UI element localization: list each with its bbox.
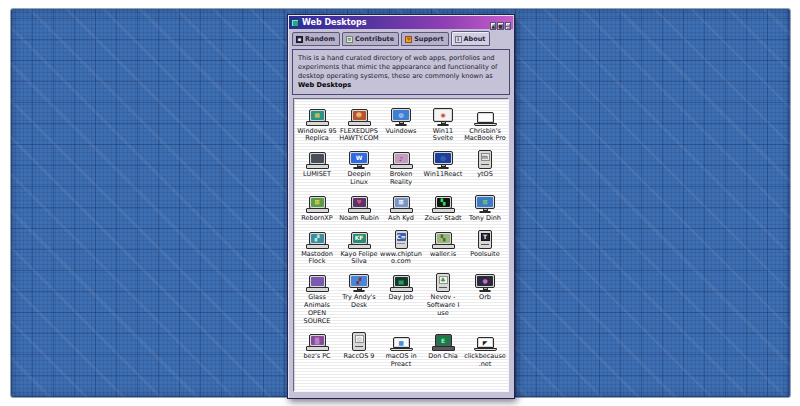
desktop-entry-label: FLEXEDUPS HAWTY.COM (338, 128, 380, 144)
window-titlebar[interactable]: Web Desktops ▲■↵ (289, 16, 513, 29)
computer-icon: ■ (390, 330, 413, 351)
desktop-entry-poolsuite[interactable]: TPoolsuite (464, 228, 506, 267)
computer-icon: m (478, 148, 492, 169)
desktop-entry-label: Don Chia (428, 353, 458, 361)
desktop-entry-clickbecause-net[interactable]: ◤clickbecause.net (464, 330, 506, 369)
desktop-entry-label: Chrisbin's MacBook Pro (464, 128, 506, 144)
desktop-entry-win11react[interactable]: ◎Win11React (422, 148, 464, 187)
desktop-entry-label: LUMISET (303, 171, 331, 179)
tab-label: About (464, 35, 486, 43)
desktop-entry-orb[interactable]: ●Orb (464, 271, 506, 325)
desktop-entry-label: Windows 95 Replica (296, 128, 338, 144)
tab-random[interactable]: ▪Random (292, 32, 340, 46)
dice-icon: ▪ (296, 36, 303, 43)
desktop-entry-label: clickbecause.net (464, 353, 506, 369)
computer-icon: T (478, 228, 492, 249)
desktop-entry-kayo-felipe-silva[interactable]: KFKayo Felipe Silva (338, 228, 380, 267)
tab-label: Random (305, 35, 335, 43)
desktop-entry-chrisbin-s-macbook-pro[interactable]: Chrisbin's MacBook Pro (464, 105, 506, 144)
desktop-entry-label: Zeus' Stadt (424, 215, 461, 223)
window-title: Web Desktops (302, 19, 486, 27)
desktop-entry-label: Win11React (424, 171, 463, 179)
desktop-entry-label: waller.is (430, 251, 456, 259)
computer-icon: E (432, 330, 455, 351)
computer-icon: ◎ (433, 148, 453, 169)
computer-icon: KF (348, 228, 371, 249)
desktop-entry-label: Kayo Felipe Silva (338, 251, 380, 267)
tab-contribute[interactable]: ≡Contribute (342, 32, 399, 46)
desktop-entry-label: www.chiptuno.com (380, 251, 422, 267)
computer-icon: ⊞ (306, 192, 329, 213)
directory-description: This is a hand curated directory of web … (292, 49, 510, 95)
desktop-entry-vuindows[interactable]: ◍Vuindows (380, 105, 422, 144)
desktop-entry-zeus-stadt[interactable]: ▚Zeus' Stadt (422, 192, 464, 223)
heart-icon: ♥ (405, 36, 412, 43)
computer-icon: ▚ (432, 228, 455, 249)
desktop-entry-label: Deepin Linux (338, 171, 380, 187)
description-text: This is a hand curated directory of web … (298, 54, 497, 80)
description-bold-text: Web Desktops (298, 81, 351, 89)
desktop-entry-label: Broken Reality (380, 171, 422, 187)
computer-icon: ▤ (390, 271, 413, 292)
desktop-entry-www-chiptuno-com[interactable]: C=www.chiptuno.com (380, 228, 422, 267)
web-desktops-icon-grid: ▦Windows 95 Replica☻FLEXEDUPS HAWTY.COM◍… (293, 98, 509, 392)
desktop-entry-windows-95-replica[interactable]: ▦Windows 95 Replica (296, 105, 338, 144)
computer-icon (474, 105, 497, 126)
computer-icon: ▞ (349, 271, 369, 292)
desktop-entry-ash-kyd[interactable]: ⊞Ash Kyd (380, 192, 422, 223)
tab-support[interactable]: ♥Support (401, 32, 448, 46)
desktop-entry-flexedups-hawty-com[interactable]: ☻FLEXEDUPS HAWTY.COM (338, 105, 380, 144)
computer-icon: ⊞ (390, 192, 413, 213)
desktop-entry-don-chia[interactable]: EDon Chia (422, 330, 464, 369)
tab-about[interactable]: iAbout (451, 31, 491, 46)
desktop-entry-label: Win11 Svelte (422, 128, 464, 144)
web-desktops-window: Web Desktops ▲■↵ ▪Random≡Contribute♥Supp… (287, 14, 515, 399)
desktop-entry-label: Tony Dinh (469, 215, 501, 223)
desktop-entry-day-job[interactable]: ▤Day Job (380, 271, 422, 325)
desktop-entry-glass-animals-open-source[interactable]: Glass Animals OPEN SOURCE (296, 271, 338, 325)
computer-icon: ◉ (433, 105, 453, 126)
desktop-entry-deepin-linux[interactable]: WDeepin Linux (338, 148, 380, 187)
desktop-entry-waller-is[interactable]: ▚waller.is (422, 228, 464, 267)
computer-icon: ◎ (352, 330, 366, 351)
desktop-entry-label: ytOS (477, 171, 493, 179)
desktop-entry-label: Try Andy's Desk (338, 294, 380, 310)
computer-icon: ▒ (306, 330, 329, 351)
computer-icon: ◤ (474, 330, 497, 351)
desktop-entry-label: Vuindows (386, 128, 417, 136)
desktop-entry-ytos[interactable]: mytOS (464, 148, 506, 187)
desktop-entry-mastodon-flock[interactable]: ▞Mastodon Flock (296, 228, 338, 267)
desktop-entry-try-andy-s-desk[interactable]: ▞Try Andy's Desk (338, 271, 380, 325)
desktop-entry-rebornxp[interactable]: ⊞RebornXP (296, 192, 338, 223)
desktop-entry-label: Day Job (389, 294, 414, 302)
desktop-entry-label: Ash Kyd (388, 215, 414, 223)
computer-icon: ♣ (436, 271, 450, 292)
computer-icon: ☻ (348, 105, 371, 126)
computer-icon: ◍ (391, 105, 411, 126)
computer-icon: ♪ (390, 148, 413, 169)
desktop-entry-label: Nevov - Software I use (422, 294, 464, 317)
computer-icon: ▞ (306, 228, 329, 249)
desktop-entry-label: Noam Rubin (339, 215, 379, 223)
desktop-entry-lumiset[interactable]: LUMISET (296, 148, 338, 187)
computer-icon: W (349, 148, 369, 169)
desktop-entry-label: RebornXP (301, 215, 332, 223)
tab-label: Contribute (355, 35, 394, 43)
desktop-entry-tony-dinh[interactable]: ⊞Tony Dinh (464, 192, 506, 223)
desktop-entry-win11-svelte[interactable]: ◉Win11 Svelte (422, 105, 464, 144)
computer-icon: ⊞ (475, 192, 495, 213)
desktop-entry-macos-in-preact[interactable]: ■macOS in Preact (380, 330, 422, 369)
computer-icon: ♥ (348, 192, 371, 213)
desktop-entry-nevov-software-i-use[interactable]: ♣Nevov - Software I use (422, 271, 464, 325)
desktop-entry-raccos-9[interactable]: ◎RaccOS 9 (338, 330, 380, 369)
desktop-entry-noam-rubin[interactable]: ♥Noam Rubin (338, 192, 380, 223)
desktop-entry-label: Poolsuite (470, 251, 499, 259)
desktop-entry-label: bez's PC (303, 353, 330, 361)
tab-label: Support (414, 35, 443, 43)
desktop-entry-label: Mastodon Flock (296, 251, 338, 267)
desktop-entry-label: RaccOS 9 (344, 353, 375, 361)
desktop-entry-broken-reality[interactable]: ♪Broken Reality (380, 148, 422, 187)
document-icon: ≡ (346, 36, 353, 43)
desktop-entry-bez-s-pc[interactable]: ▒bez's PC (296, 330, 338, 369)
computer-icon: C= (395, 228, 408, 249)
